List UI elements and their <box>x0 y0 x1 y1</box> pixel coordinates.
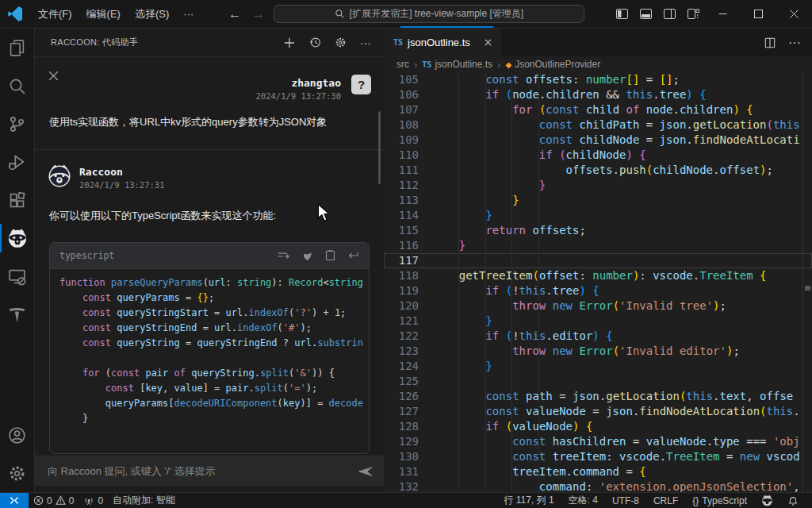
code-line <box>59 351 369 366</box>
code-line: 105 const offsets: number[] = []; <box>384 72 812 87</box>
code-block-content: function parseQueryParams(url: string): … <box>50 269 369 426</box>
user-name: zhangtao <box>291 77 341 89</box>
close-window-button[interactable] <box>776 0 812 28</box>
code-line: 129 const hasChildren = valueNode.type =… <box>384 434 812 449</box>
account-icon[interactable] <box>0 416 34 454</box>
code-line: 125 <box>384 374 812 389</box>
code-line: 117 <box>384 253 812 268</box>
indent-guide <box>538 72 539 492</box>
copy-code-icon[interactable] <box>325 250 335 261</box>
code-line: 121 } <box>384 314 812 329</box>
maximize-button[interactable] <box>741 0 776 28</box>
source-control-icon[interactable] <box>0 105 34 143</box>
menu-selection[interactable]: 选择(S) <box>128 4 176 25</box>
forward-arrow-icon[interactable]: → <box>252 7 265 21</box>
tab-label: jsonOutline.ts <box>408 37 480 48</box>
toggle-sidebar-icon[interactable] <box>610 0 634 28</box>
encoding-status[interactable]: UTF-8 <box>605 493 646 508</box>
breadcrumb-symbol[interactable]: ◆ JsonOutlineProvider <box>505 59 600 70</box>
vscode-logo-icon <box>8 6 23 21</box>
remote-explorer-icon[interactable] <box>0 257 34 295</box>
assistant-timestamp: 2024/1/9 13:27:31 <box>79 180 164 190</box>
more-actions-icon[interactable]: ··· <box>358 36 373 50</box>
raccoon-extension-icon[interactable] <box>0 219 34 257</box>
run-debug-icon[interactable] <box>0 143 34 181</box>
back-arrow-icon[interactable]: ← <box>228 7 241 21</box>
insert-at-cursor-icon[interactable] <box>347 251 359 260</box>
wrap-code-icon[interactable] <box>278 251 289 261</box>
tesla-extension-icon[interactable] <box>0 295 34 333</box>
chat-scrollbar[interactable] <box>378 111 381 184</box>
breadcrumb-separator: › <box>414 59 417 71</box>
sidebar-title: RACCOON: 代码助手 <box>51 37 282 48</box>
status-bar: 0 0 0 自动附加: 智能 行 117, 列 1 空格: 4 UTF-8 CR… <box>0 492 812 508</box>
eol-status[interactable]: CRLF <box>646 493 685 508</box>
code-line: 130 const treeItem: vscode.TreeItem = ne… <box>384 449 812 464</box>
customize-layout-icon[interactable] <box>681 0 705 28</box>
breadcrumb-separator: › <box>497 59 500 71</box>
code-line: for (const pair of queryString.split('&'… <box>59 366 369 381</box>
auto-attach-status[interactable]: 自动附加: 智能 <box>108 493 180 508</box>
explorer-icon[interactable] <box>0 29 34 67</box>
ports-indicator[interactable]: 0 <box>79 493 108 508</box>
activity-bar <box>0 29 35 492</box>
code-editor[interactable]: 105 const offsets: number[] = [];106 if … <box>384 72 812 492</box>
cursor-position[interactable]: 行 117, 列 1 <box>496 493 561 508</box>
send-icon[interactable] <box>358 466 373 477</box>
indentation-status[interactable]: 空格: 4 <box>561 493 605 508</box>
message-divider <box>35 149 384 150</box>
editor-scrollbar[interactable] <box>802 72 812 492</box>
favorite-code-icon[interactable] <box>301 251 313 261</box>
class-symbol-icon: ◆ <box>505 60 511 69</box>
code-line: 123 throw new Error('Invalid editor'); <box>384 344 812 359</box>
error-count: 0 <box>47 495 52 506</box>
code-line: const [key, value] = pair.split('='); <box>59 381 369 396</box>
typescript-file-icon: TS <box>393 38 403 47</box>
mouse-cursor <box>317 203 331 222</box>
code-line: 107 for (const child of node.children) { <box>384 102 812 117</box>
braces-icon: {} <box>692 495 699 506</box>
raccoon-status-icon[interactable] <box>754 493 780 508</box>
breadcrumb-src[interactable]: src <box>396 59 409 70</box>
history-icon[interactable] <box>308 36 322 50</box>
code-line: 124 } <box>384 359 812 374</box>
notifications-bell-icon[interactable] <box>780 493 806 508</box>
chat-input[interactable]: 向 Raccoon 提问, 或键入 '/' 选择提示 <box>35 456 384 486</box>
code-line: queryParams[decodeURIComponent(key)] = d… <box>59 396 369 411</box>
code-line: 116 } <box>384 238 812 253</box>
dismiss-message-icon[interactable] <box>48 70 59 82</box>
tab-jsonoutline[interactable]: TS jsonOutline.ts <box>384 29 500 56</box>
editor-more-actions-icon[interactable]: ··· <box>788 36 801 50</box>
problems-indicator[interactable]: 0 0 <box>29 493 79 508</box>
new-chat-icon[interactable] <box>282 36 297 50</box>
split-editor-icon[interactable] <box>764 37 776 48</box>
settings-gear-icon[interactable] <box>0 454 34 492</box>
assistant-name: Raccoon <box>79 166 123 178</box>
menu-more[interactable]: ··· <box>176 5 201 23</box>
command-center-search[interactable]: [扩展开发宿主] tree-view-sample [管理员] <box>274 5 584 23</box>
raccoon-sidebar: RACCOON: 代码助手 ··· zhangtao 2024/1/9 13:2… <box>35 29 384 492</box>
code-line: 118 getTreeItem(offset: number): vscode.… <box>384 268 812 283</box>
raccoon-avatar <box>48 164 71 187</box>
minimize-button[interactable] <box>705 0 741 28</box>
user-avatar: ? <box>351 75 371 94</box>
code-line: 106 if (node.children && this.tree) { <box>384 87 812 102</box>
search-icon[interactable] <box>0 67 34 105</box>
close-tab-icon[interactable] <box>485 39 492 46</box>
extensions-icon[interactable] <box>0 181 34 219</box>
toggle-panel-icon[interactable] <box>634 0 657 28</box>
language-mode[interactable]: {} TypeScript <box>685 493 754 508</box>
code-line: 132 command: 'extension.openJsonSelectio… <box>384 479 812 492</box>
code-line: const queryParams = {}; <box>59 291 369 306</box>
user-message: 使用ts实现函数，将URL中kv形式的query参数转为JSON对象 <box>49 114 370 129</box>
code-language-label: typescript <box>59 250 278 261</box>
window-title: [扩展开发宿主] tree-view-sample [管理员] <box>350 7 523 21</box>
remote-indicator[interactable] <box>0 493 29 508</box>
title-bar: 文件(F) 编辑(E) 选择(S) ··· ← → [扩展开发宿主] tree-… <box>0 0 812 29</box>
menu-file[interactable]: 文件(F) <box>31 4 79 25</box>
ports-count: 0 <box>98 495 103 506</box>
menu-edit[interactable]: 编辑(E) <box>79 4 128 25</box>
settings-icon[interactable] <box>333 36 347 50</box>
breadcrumb-file[interactable]: TS jsonOutline.ts <box>422 59 492 70</box>
toggle-secondary-sidebar-icon[interactable] <box>657 0 681 28</box>
